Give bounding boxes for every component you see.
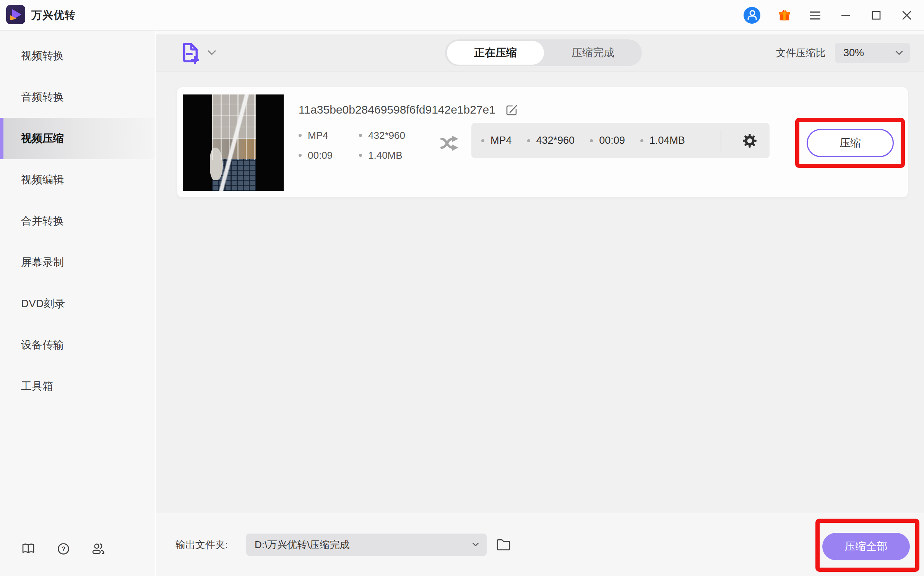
sidebar-item-screen-record[interactable]: 屏幕录制 <box>0 242 155 283</box>
tab-label: 正在压缩 <box>474 46 517 60</box>
tab-toggle: 正在压缩 压缩完成 <box>445 39 642 66</box>
bullet-icon <box>640 139 643 142</box>
settings-button[interactable] <box>742 133 757 148</box>
source-format: MP4 <box>308 130 328 142</box>
person-icon <box>744 7 760 24</box>
app-title: 万兴优转 <box>31 8 76 23</box>
output-folder-label: 输出文件夹: <box>175 538 228 552</box>
gift-icon[interactable] <box>778 9 791 22</box>
target-duration: 00:09 <box>599 135 625 146</box>
sidebar-item-label: 工具箱 <box>21 379 53 394</box>
book-icon <box>21 542 35 556</box>
sidebar-item-toolbox[interactable]: 工具箱 <box>0 366 155 407</box>
output-folder-path: D:\万兴优转\压缩完成 <box>255 538 349 552</box>
file-name: 11a35be0b28469598f6fd9142e1b27e1 <box>299 103 495 116</box>
toolbar: 正在压缩 压缩完成 文件压缩比 30% <box>156 34 924 72</box>
compress-button-label: 压缩 <box>840 136 861 150</box>
compression-ratio-value: 30% <box>843 47 864 59</box>
tab-compressing[interactable]: 正在压缩 <box>447 41 544 65</box>
user-guide-button[interactable] <box>21 542 36 556</box>
sidebar: 视频转换 音频转换 视频压缩 视频编辑 合并转换 屏幕录制 DVD刻录 设备传输… <box>0 31 155 576</box>
sidebar-item-label: 屏幕录制 <box>21 255 64 270</box>
sidebar-item-video-compress[interactable]: 视频压缩 <box>0 118 155 159</box>
rename-button[interactable] <box>504 103 518 117</box>
target-info: MP4 432*960 00:09 1.04MB <box>471 123 770 158</box>
folder-icon <box>496 538 511 551</box>
bullet-icon <box>527 139 530 142</box>
sidebar-item-dvd-burn[interactable]: DVD刻录 <box>0 283 155 324</box>
maximize-button[interactable] <box>870 9 883 22</box>
divider <box>721 130 721 151</box>
title-bar: 万兴优转 <box>0 0 924 31</box>
bullet-icon <box>299 154 302 157</box>
chevron-down-icon <box>895 50 903 55</box>
sidebar-item-label: DVD刻录 <box>21 296 65 311</box>
sidebar-item-label: 设备传输 <box>21 338 64 352</box>
bullet-icon <box>590 139 593 142</box>
tab-label: 压缩完成 <box>572 47 614 59</box>
sidebar-item-video-convert[interactable]: 视频转换 <box>0 35 155 76</box>
tab-completed[interactable]: 压缩完成 <box>544 46 642 60</box>
bullet-icon <box>299 134 302 137</box>
bullet-icon <box>359 154 362 157</box>
target-size: 1.04MB <box>650 135 685 146</box>
add-file-icon <box>181 42 200 64</box>
sidebar-item-label: 视频转换 <box>21 49 64 63</box>
main-area: 正在压缩 压缩完成 文件压缩比 30% <box>156 31 924 576</box>
gear-icon <box>742 133 757 148</box>
app-logo-icon <box>6 5 25 24</box>
add-file-button[interactable] <box>181 42 216 64</box>
compress-all-button[interactable]: 压缩全部 <box>822 533 910 560</box>
sidebar-item-merge-convert[interactable]: 合并转换 <box>0 200 155 242</box>
source-resolution: 432*960 <box>368 130 405 142</box>
question-icon: ? <box>57 542 70 556</box>
app-window: 万兴优转 <box>0 0 924 576</box>
output-folder-select[interactable]: D:\万兴优转\压缩完成 <box>246 534 487 556</box>
footer-bar: 输出文件夹: D:\万兴优转\压缩完成 压缩全部 <box>156 513 924 576</box>
help-button[interactable]: ? <box>56 542 71 556</box>
video-thumbnail <box>183 94 284 191</box>
source-info: MP4 432*960 00:09 1.40MB <box>299 129 405 162</box>
target-format: MP4 <box>490 135 512 146</box>
minimize-button[interactable] <box>839 9 852 22</box>
sidebar-item-audio-convert[interactable]: 音频转换 <box>0 76 155 118</box>
compress-button[interactable]: 压缩 <box>807 129 894 157</box>
account-avatar[interactable] <box>744 7 760 24</box>
compression-ratio-label: 文件压缩比 <box>776 46 826 60</box>
close-button[interactable] <box>900 9 913 22</box>
chevron-down-icon <box>208 50 216 55</box>
convert-arrow-icon <box>440 133 464 151</box>
source-size: 1.40MB <box>368 150 403 161</box>
menu-icon[interactable] <box>809 9 822 22</box>
source-duration: 00:09 <box>308 150 333 161</box>
community-button[interactable] <box>91 542 106 556</box>
svg-text:?: ? <box>62 545 65 553</box>
compression-ratio-select[interactable]: 30% <box>835 43 910 63</box>
sidebar-item-label: 音频转换 <box>21 90 64 104</box>
compress-all-label: 压缩全部 <box>845 539 888 554</box>
bullet-icon <box>359 134 362 137</box>
open-folder-button[interactable] <box>496 537 511 552</box>
sidebar-item-label: 视频编辑 <box>21 172 64 187</box>
sidebar-item-device-transfer[interactable]: 设备传输 <box>0 324 155 366</box>
users-icon <box>91 542 106 556</box>
file-card: 11a35be0b28469598f6fd9142e1b27e1 MP4 432… <box>177 87 908 197</box>
target-resolution: 432*960 <box>536 135 575 146</box>
sidebar-item-label: 合并转换 <box>21 214 64 228</box>
sidebar-item-video-edit[interactable]: 视频编辑 <box>0 159 155 200</box>
edit-icon <box>504 103 518 117</box>
chevron-down-icon <box>472 542 479 547</box>
bullet-icon <box>481 139 484 142</box>
sidebar-item-label: 视频压缩 <box>21 131 64 146</box>
